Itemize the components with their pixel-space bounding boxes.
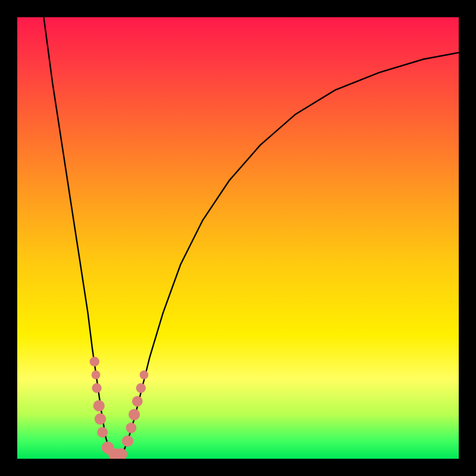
data-marker bbox=[122, 436, 133, 447]
data-marker bbox=[126, 422, 137, 433]
data-marker bbox=[97, 427, 108, 438]
data-markers bbox=[90, 357, 149, 461]
bottleneck-curve bbox=[44, 17, 459, 456]
chart-svg bbox=[17, 17, 459, 459]
data-marker bbox=[92, 383, 101, 393]
watermark-text: TheBottleneck.com bbox=[341, 2, 456, 18]
data-marker bbox=[93, 400, 105, 411]
data-marker bbox=[129, 409, 140, 420]
data-marker bbox=[95, 414, 106, 425]
data-marker bbox=[115, 448, 127, 461]
data-marker bbox=[90, 357, 99, 367]
data-marker bbox=[132, 396, 143, 407]
data-marker bbox=[136, 383, 146, 393]
data-marker bbox=[92, 371, 101, 380]
data-marker bbox=[140, 371, 149, 380]
